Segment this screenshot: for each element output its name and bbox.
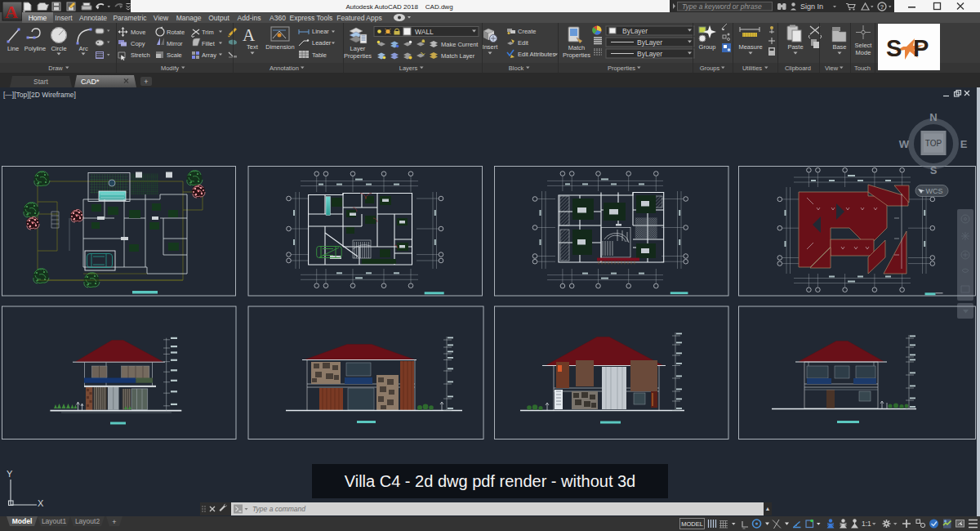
svg-text:Circle: Circle	[51, 45, 66, 52]
svg-text:A: A	[5, 2, 18, 22]
svg-text:Block: Block	[509, 65, 524, 72]
svg-text:Array: Array	[202, 51, 216, 59]
svg-text:Match: Match	[568, 44, 585, 51]
svg-text:Annotation: Annotation	[270, 65, 299, 72]
svg-text:Annotate: Annotate	[79, 14, 107, 22]
svg-text:Text: Text	[247, 43, 259, 51]
svg-text:MODEL: MODEL	[681, 520, 703, 528]
svg-text:Start: Start	[33, 78, 49, 86]
svg-text:Groups: Groups	[700, 65, 720, 72]
svg-text:Utilities: Utilities	[742, 65, 762, 72]
svg-text:Arc: Arc	[78, 45, 88, 52]
svg-text:W: W	[899, 138, 910, 150]
svg-text:Line: Line	[7, 45, 19, 52]
svg-text:Create: Create	[518, 28, 537, 35]
svg-text:Paste: Paste	[787, 43, 803, 51]
svg-text:N: N	[929, 111, 937, 123]
svg-text:Properties: Properties	[563, 51, 590, 59]
svg-text:A360: A360	[270, 14, 286, 22]
svg-text:Base: Base	[832, 43, 846, 51]
svg-text:Move: Move	[131, 29, 145, 36]
svg-text:WCS: WCS	[926, 187, 943, 195]
svg-text:View: View	[154, 14, 169, 22]
svg-text:Properties: Properties	[344, 52, 372, 60]
svg-text:Layers: Layers	[399, 65, 418, 72]
svg-text:Select: Select	[855, 42, 873, 49]
svg-text:+: +	[112, 518, 116, 526]
svg-text:Edit Attributes: Edit Attributes	[518, 51, 556, 58]
svg-text:Measure: Measure	[738, 43, 762, 51]
svg-text:Match Layer: Match Layer	[441, 52, 475, 60]
svg-text:X: X	[38, 498, 44, 508]
svg-text:Trim: Trim	[202, 29, 214, 36]
svg-text:Layout1: Layout1	[42, 517, 67, 525]
svg-text:Layout2: Layout2	[75, 517, 100, 525]
svg-text:[—][Top][2D Wireframe]: [—][Top][2D Wireframe]	[3, 91, 76, 99]
svg-text:Stretch: Stretch	[131, 51, 150, 59]
svg-text:Layer: Layer	[350, 45, 366, 52]
svg-text:Group: Group	[699, 43, 716, 51]
svg-text:E: E	[960, 138, 968, 150]
svg-text:Polyline: Polyline	[24, 45, 46, 52]
svg-text:Table: Table	[312, 51, 327, 59]
svg-text:Add-ins: Add-ins	[238, 14, 261, 22]
svg-text:Mode: Mode	[856, 49, 871, 56]
svg-text:TOP: TOP	[925, 139, 942, 148]
svg-text:Type a keyword or phrase: Type a keyword or phrase	[682, 2, 762, 11]
svg-text:Copy: Copy	[131, 40, 145, 47]
svg-text:ByLayer: ByLayer	[637, 38, 662, 47]
svg-text:Clipboard: Clipboard	[785, 65, 811, 72]
svg-text:Fillet: Fillet	[202, 40, 216, 47]
svg-text:Autodesk AutoCAD 2018 CAD.d: Autodesk AutoCAD 2018 CAD.dwg	[345, 3, 452, 11]
svg-text:Leader: Leader	[312, 39, 332, 47]
svg-text:View: View	[825, 65, 839, 72]
svg-text:Insert: Insert	[55, 14, 73, 22]
svg-text:A: A	[243, 25, 256, 45]
svg-text:Output: Output	[208, 14, 229, 22]
svg-text:S: S	[930, 164, 938, 176]
svg-text:Properties: Properties	[608, 65, 635, 72]
svg-text:1:1: 1:1	[862, 520, 871, 528]
svg-text:Rotate: Rotate	[167, 29, 185, 36]
svg-text:Featured Apps: Featured Apps	[336, 14, 381, 22]
svg-text:Draw: Draw	[48, 65, 63, 72]
svg-text:?: ?	[880, 3, 884, 11]
svg-text:ByLayer: ByLayer	[637, 50, 662, 58]
svg-text:WALL: WALL	[415, 28, 434, 36]
svg-text:S: S	[886, 35, 902, 61]
svg-text:Edit: Edit	[518, 39, 529, 47]
svg-text:Y: Y	[7, 469, 13, 479]
svg-text:Dimension: Dimension	[265, 43, 294, 51]
svg-text:P: P	[913, 35, 929, 61]
svg-text:Express Tools: Express Tools	[290, 14, 333, 22]
svg-text:ByLayer: ByLayer	[622, 27, 648, 35]
svg-text:+: +	[144, 78, 148, 86]
svg-text:Manage: Manage	[176, 14, 202, 22]
svg-text:Sign In: Sign In	[800, 2, 823, 11]
svg-text:Make Current: Make Current	[441, 41, 479, 48]
svg-text:Touch: Touch	[854, 65, 871, 72]
svg-text:Scale: Scale	[167, 51, 182, 59]
svg-text:Home: Home	[29, 14, 47, 22]
svg-text:Modify: Modify	[161, 65, 179, 72]
svg-text:Linear: Linear	[312, 28, 329, 35]
svg-text:Model: Model	[12, 517, 33, 525]
svg-text:Parametric: Parametric	[113, 14, 147, 22]
svg-text:Mirror: Mirror	[167, 40, 183, 47]
svg-text:Insert: Insert	[483, 43, 499, 51]
svg-text:CAD*: CAD*	[81, 78, 100, 86]
